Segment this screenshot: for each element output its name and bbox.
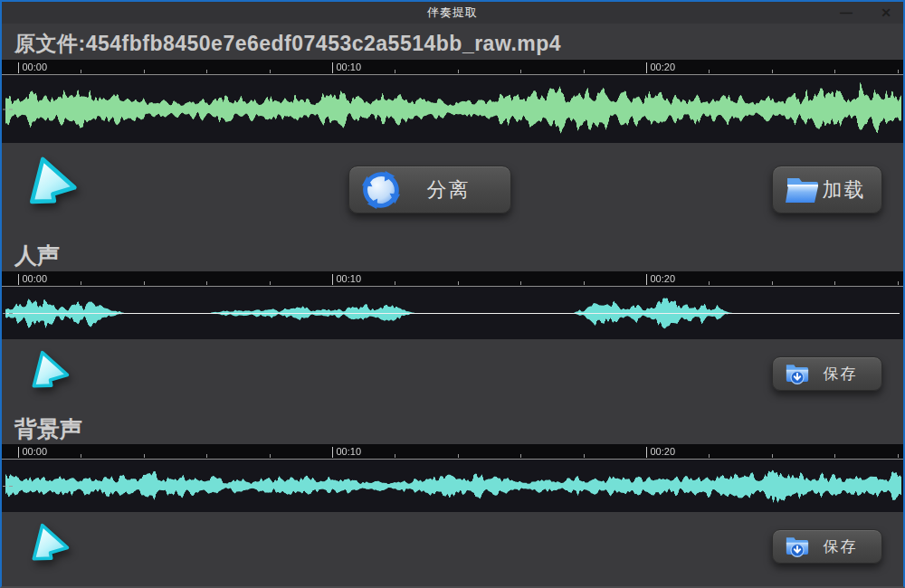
minimize-icon[interactable]: — [838, 2, 854, 24]
load-button[interactable]: 加载 [772, 166, 882, 213]
separate-button-label: 分离 [401, 176, 510, 204]
save-vocal-button-label: 保存 [810, 364, 881, 384]
close-icon[interactable]: ✕ [878, 2, 894, 24]
source-file-label: 原文件:454fbfb8450e7e6edf07453c2a5514bb_raw… [2, 24, 903, 60]
window-controls: — ✕ [838, 2, 894, 24]
waveform-original[interactable] [2, 75, 903, 143]
controls-row-vocal: 保存 [2, 339, 903, 413]
save-background-button[interactable]: 保存 [772, 529, 882, 564]
timeline-ruler-background [2, 444, 903, 460]
separate-button[interactable]: 分离 [348, 166, 511, 213]
play-triangle-icon [24, 154, 83, 213]
play-triangle-icon [27, 348, 74, 395]
play-original-button[interactable] [24, 154, 83, 213]
sync-arrows-icon [361, 170, 401, 210]
load-button-label: 加载 [821, 176, 881, 204]
titlebar: 伴奏提取 — ✕ [2, 2, 903, 24]
waveform-vocal[interactable] [2, 287, 903, 339]
app-window: 伴奏提取 — ✕ 原文件:454fbfb8450e7e6edf07453c2a5… [0, 0, 905, 588]
timeline-ruler-original [2, 60, 903, 75]
play-triangle-icon [27, 521, 74, 568]
folder-download-icon [785, 362, 810, 386]
window-title: 伴奏提取 [427, 5, 478, 21]
folder-download-icon [785, 535, 810, 559]
open-folder-icon [785, 175, 821, 205]
play-background-button[interactable] [27, 521, 74, 568]
waveform-background[interactable] [2, 460, 903, 512]
controls-row-background: 保存 [2, 512, 903, 586]
save-vocal-button[interactable]: 保存 [772, 356, 882, 391]
timeline-ruler-vocal [2, 271, 903, 287]
vocal-track-label: 人声 [2, 239, 903, 271]
play-vocal-button[interactable] [27, 348, 74, 395]
save-background-button-label: 保存 [810, 536, 881, 557]
controls-row-original: 分离 加载 [2, 143, 903, 239]
background-track-label: 背景声 [2, 413, 903, 444]
